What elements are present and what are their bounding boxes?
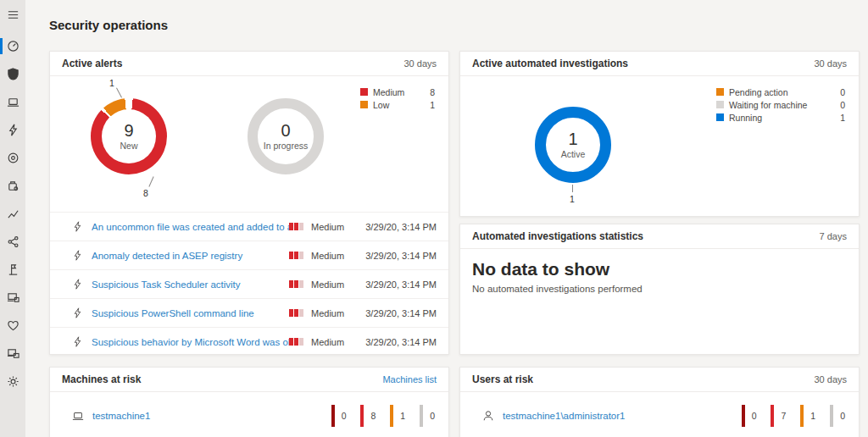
active-alerts-charts: 9 New 1 8 0 In progress Medium 8 Low 1 — [50, 76, 448, 212]
high-severity-bar — [742, 405, 745, 427]
user-risk-row: testmachine1\administrator1 0 7 1 0 — [460, 392, 859, 437]
machines-at-risk-card: Machines at risk Machines list testmachi… — [49, 367, 449, 437]
callout-line — [148, 176, 153, 186]
severity-label: Medium — [311, 222, 355, 232]
severity-indicator-icon — [289, 223, 304, 230]
informational-severity-bar — [420, 405, 423, 427]
shield-icon — [7, 68, 19, 80]
severity-label: Medium — [311, 308, 355, 318]
sidebar-item-machines[interactable] — [0, 88, 25, 116]
donut-value: 1 — [568, 130, 577, 147]
reports-icon — [7, 207, 19, 220]
sidebar-item-security[interactable] — [0, 60, 25, 88]
severity-bar-chart: 0 7 1 0 — [742, 405, 845, 427]
sidebar-item-alerts[interactable] — [0, 116, 25, 144]
alert-row: Suspicious PowerShell command line Mediu… — [50, 298, 448, 327]
donut-label: In progress — [264, 141, 309, 151]
alert-bolt-icon — [72, 279, 83, 290]
legend-item: Running 1 — [716, 111, 845, 124]
alert-row: An uncommon file was created and added t… — [50, 212, 448, 241]
sidebar-item-devices[interactable] — [0, 340, 25, 368]
card-period: 30 days — [403, 58, 437, 69]
configuration-icon — [7, 291, 19, 304]
users-at-risk-card: Users at risk 30 days testmachine1\admin… — [459, 367, 860, 437]
empty-state: No data to show No automated investigati… — [460, 249, 859, 304]
alerts-legend: Medium 8 Low 1 — [360, 86, 435, 111]
simulations-icon — [7, 263, 19, 276]
donut-callout-running: 1 — [570, 194, 575, 204]
alert-link[interactable]: Suspicious PowerShell command line — [92, 308, 289, 318]
donut-value: 9 — [124, 122, 133, 139]
alert-time: 3/29/20, 3:14 PM — [355, 279, 437, 290]
donut-label: New — [120, 141, 137, 151]
active-automated-investigations-card: Active automated investigations 30 days … — [459, 51, 860, 217]
sidebar-item-simulations[interactable] — [0, 256, 25, 284]
alert-link[interactable]: Anomaly detected in ASEP registry — [92, 251, 289, 261]
alert-time: 3/29/20, 3:14 PM — [355, 337, 437, 347]
sidebar-item-advanced-hunting[interactable] — [0, 172, 25, 200]
card-title: Automated investigations statistics — [472, 230, 643, 242]
sidebar-item-dashboard[interactable] — [0, 32, 25, 60]
automated-investigations-statistics-card: Automated investigations statistics 7 da… — [459, 224, 860, 355]
sidebar-item-configuration-management[interactable] — [0, 284, 25, 312]
investigations-donut-chart: 1 Active — [535, 107, 611, 183]
alert-bolt-icon — [72, 221, 83, 232]
alert-link[interactable]: An uncommon file was created and added t… — [92, 222, 289, 232]
alert-bolt-icon — [72, 250, 83, 261]
medium-severity-bar — [771, 405, 774, 427]
donut-callout-medium: 8 — [143, 188, 148, 198]
legend-item: Waiting for machine 0 — [716, 98, 845, 111]
low-severity-bar — [390, 405, 393, 427]
sidebar-item-interoperability[interactable] — [0, 228, 25, 256]
active-alerts-card: Active alerts 30 days 9 New 1 8 0 In pro… — [49, 51, 449, 355]
severity-bar-chart: 0 8 1 0 — [331, 405, 435, 427]
alert-row: Suspicious Task Scheduler activity Mediu… — [50, 269, 448, 298]
machine-link[interactable]: testmachine1 — [92, 411, 150, 421]
machines-list-link[interactable]: Machines list — [382, 374, 437, 384]
alert-row: Suspicious behavior by Microsoft Word wa… — [50, 327, 448, 356]
alert-bolt-icon — [72, 336, 83, 347]
automation-icon — [7, 152, 19, 164]
callout-line — [116, 88, 122, 98]
alert-time: 3/29/20, 3:14 PM — [355, 222, 437, 232]
empty-state-title: No data to show — [472, 259, 847, 279]
dashboard-icon — [7, 40, 19, 53]
alerts-new-donut-chart: 9 New — [91, 98, 167, 174]
severity-indicator-icon — [289, 338, 304, 346]
empty-state-message: No automated investigations performed — [472, 284, 847, 294]
high-severity-bar — [331, 405, 335, 427]
health-icon — [7, 319, 19, 332]
alert-time: 3/29/20, 3:14 PM — [355, 251, 437, 261]
user-link[interactable]: testmachine1\administrator1 — [503, 411, 625, 421]
alert-link[interactable]: Suspicious Task Scheduler activity — [92, 279, 289, 290]
machines-icon — [7, 96, 19, 108]
card-period: 30 days — [814, 58, 847, 69]
person-icon — [482, 410, 494, 422]
interoperability-icon — [7, 235, 19, 248]
severity-label: Medium — [311, 251, 355, 261]
menu-icon[interactable] — [0, 0, 25, 29]
sidebar — [0, 0, 25, 437]
donut-label: Active — [561, 149, 586, 159]
investigations-legend: Pending action 0 Waiting for machine 0 R… — [716, 86, 845, 124]
waiting-for-machine-swatch-icon — [716, 101, 724, 108]
legend-item: Low 1 — [360, 98, 435, 111]
donut-callout-low: 1 — [109, 78, 114, 88]
hunting-icon — [7, 180, 19, 192]
alert-link[interactable]: Suspicious behavior by Microsoft Word wa… — [92, 337, 289, 347]
alerts-in-progress-donut-chart: 0 In progress — [248, 98, 324, 174]
sidebar-item-reports[interactable] — [0, 200, 25, 228]
pending-action-swatch-icon — [716, 88, 724, 96]
sidebar-item-automated-investigations[interactable] — [0, 144, 25, 172]
machine-risk-row: testmachine1 0 8 1 0 — [50, 392, 448, 437]
card-title: Machines at risk — [62, 373, 141, 385]
callout-line — [572, 185, 573, 192]
settings-icon — [7, 375, 19, 388]
severity-indicator-icon — [289, 280, 304, 288]
sidebar-item-settings[interactable] — [0, 368, 25, 396]
card-period: 30 days — [814, 374, 847, 384]
card-title: Users at risk — [472, 373, 533, 385]
sidebar-item-secure-score[interactable] — [0, 312, 25, 340]
alert-time: 3/29/20, 3:14 PM — [355, 308, 437, 318]
alert-row: Anomaly detected in ASEP registry Medium… — [50, 241, 448, 269]
